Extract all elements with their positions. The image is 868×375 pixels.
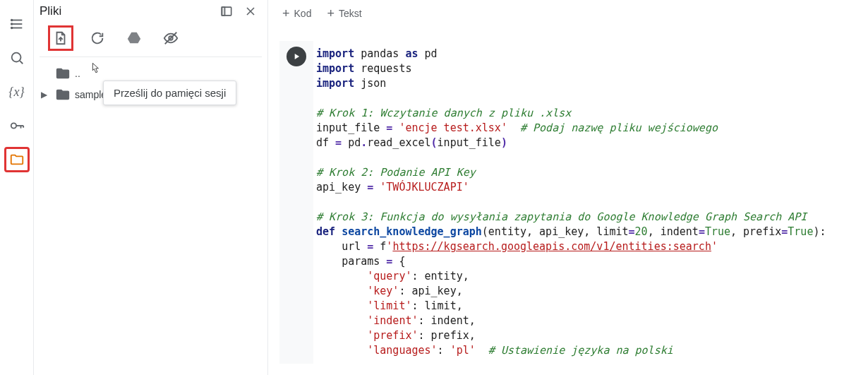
main-area: + Kod + Tekst import pandas as pd import…	[268, 0, 868, 375]
open-window-icon[interactable]	[219, 4, 234, 18]
toc-icon[interactable]	[4, 11, 30, 37]
tree-up-label: ..	[75, 68, 80, 79]
code-editor[interactable]: import pandas as pd import requests impo…	[313, 41, 857, 364]
upload-icon[interactable]	[48, 25, 73, 51]
notebook-toolbar: + Kod + Tekst	[268, 0, 868, 27]
svg-point-8	[11, 123, 16, 128]
code-cell: import pandas as pd import requests impo…	[279, 41, 857, 364]
run-button[interactable]	[287, 47, 306, 66]
drive-icon[interactable]	[121, 25, 147, 51]
svg-point-4	[11, 23, 12, 25]
variables-icon[interactable]: {x}	[4, 79, 30, 105]
add-text-button[interactable]: + Tekst	[327, 7, 361, 20]
plus-icon: +	[327, 7, 334, 20]
svg-point-6	[11, 53, 20, 62]
upload-tooltip: Prześlij do pamięci sesji	[103, 81, 236, 105]
left-rail: {x}	[0, 0, 34, 375]
refresh-icon[interactable]	[85, 25, 110, 51]
hide-icon[interactable]	[158, 25, 183, 51]
add-code-label: Kod	[294, 8, 312, 19]
files-icon[interactable]	[4, 147, 30, 172]
svg-point-3	[11, 20, 12, 21]
svg-line-7	[20, 61, 23, 64]
files-sidebar: Pliki .. ▶ samp	[34, 0, 268, 375]
add-code-button[interactable]: + Kod	[282, 7, 311, 20]
chevron-right-icon: ▶	[41, 90, 51, 100]
sidebar-title: Pliki	[40, 4, 61, 18]
search-icon[interactable]	[4, 45, 30, 71]
key-icon[interactable]	[4, 113, 30, 138]
close-icon[interactable]	[243, 4, 258, 18]
files-toolbar	[40, 23, 262, 57]
add-text-label: Tekst	[339, 8, 362, 19]
svg-point-5	[11, 28, 12, 29]
svg-rect-13	[222, 7, 224, 16]
plus-icon: +	[282, 7, 290, 20]
